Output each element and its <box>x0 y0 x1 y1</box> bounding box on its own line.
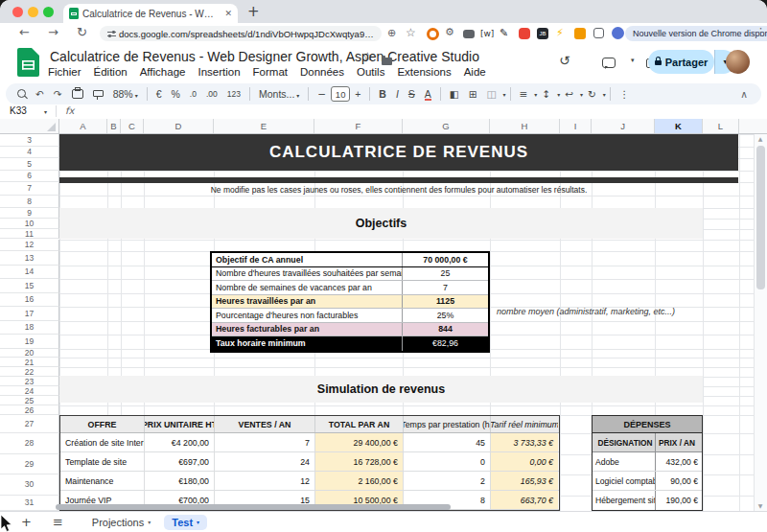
menu-affichage[interactable]: Affichage <box>140 66 186 78</box>
meet-caret-icon[interactable]: ▾ <box>631 57 635 64</box>
row-header-5[interactable]: 5 <box>0 158 59 171</box>
column-header-D[interactable]: D <box>144 119 214 133</box>
cell[interactable]: 70 000,00 € <box>403 253 488 266</box>
percent-format-button[interactable]: % <box>172 88 180 100</box>
decrease-font-size-button[interactable]: − <box>317 88 326 100</box>
chevron-down-icon[interactable]: ▾ <box>557 91 560 98</box>
column-header[interactable]: VENTES / AN <box>215 416 315 432</box>
cell[interactable]: 190,00 € <box>656 491 701 510</box>
print-icon[interactable] <box>72 89 83 99</box>
user-avatar[interactable] <box>726 50 750 74</box>
row-header-24[interactable]: 24 <box>0 386 59 396</box>
cell[interactable]: €4 200,00 <box>145 433 215 451</box>
cell[interactable]: 0 <box>404 452 491 471</box>
row-header-26[interactable]: 26 <box>0 405 59 415</box>
menu-aide[interactable]: Aide <box>464 66 486 78</box>
star-document-icon[interactable]: ☆ <box>362 50 373 63</box>
cell[interactable]: Logiciel comptable <box>593 472 656 490</box>
cell[interactable]: 25 <box>403 267 488 281</box>
row-header-18[interactable]: 18 <box>0 321 59 335</box>
column-header-C[interactable]: C <box>121 119 144 133</box>
menu-insertion[interactable]: Insertion <box>198 66 240 78</box>
column-header[interactable]: PRIX UNITAIRE HT <box>145 416 215 432</box>
more-toolbar-button[interactable]: ⋮ <box>619 88 630 100</box>
sheet-tab-test[interactable]: Test ▾ <box>164 515 207 530</box>
cell[interactable]: 663,70 € <box>491 491 558 509</box>
text-rotate-button[interactable]: ↻ <box>588 88 596 100</box>
chrome-update-chip[interactable]: Nouvelle version de Chrome disponible <box>625 26 767 41</box>
cell[interactable]: Hébergement site <box>593 491 656 510</box>
text-wrap-button[interactable]: ↩ <box>565 88 573 100</box>
merge-cells-button[interactable]: ◫ <box>487 88 497 100</box>
cell[interactable]: 844 <box>403 323 488 336</box>
cell[interactable]: 29 400,00 € <box>315 433 404 451</box>
chrome-menu-icon[interactable]: ⋮ <box>755 26 766 38</box>
menu-outils[interactable]: Outils <box>357 66 384 78</box>
cell[interactable]: Nombre de semaines de vacances par an <box>212 281 403 294</box>
decrease-decimals-button[interactable]: .0 <box>190 89 197 99</box>
cell[interactable]: Nombre d'heures travaillées souhaitées p… <box>212 267 403 281</box>
row-header-17[interactable]: 17 <box>0 307 59 321</box>
row-header-30[interactable]: 30 <box>0 474 59 496</box>
chevron-down-icon[interactable]: ▾ <box>534 91 537 98</box>
row-header-14[interactable]: 14 <box>0 266 59 280</box>
increase-font-size-button[interactable]: + <box>355 88 360 100</box>
extension-donut-icon[interactable] <box>427 28 439 40</box>
cell[interactable]: €180,00 <box>145 472 215 490</box>
italic-button[interactable]: I <box>396 88 399 100</box>
column-header-K[interactable]: K <box>655 119 703 133</box>
increase-decimals-button[interactable]: .00 <box>206 89 218 99</box>
close-tab-icon[interactable]: ✕ <box>224 9 232 18</box>
more-formats-button[interactable]: 123 <box>227 89 241 99</box>
cell[interactable]: Création de site Internet <box>60 433 145 451</box>
depenses-header[interactable]: DÉPENSES <box>593 416 702 433</box>
paint-format-icon[interactable] <box>93 90 104 97</box>
extension-jb-icon[interactable]: JB <box>537 28 548 39</box>
vertical-align-button[interactable]: ↕ <box>542 88 550 100</box>
cell[interactable]: 1125 <box>403 295 488 309</box>
font-select[interactable]: Monts...▾ <box>259 88 299 100</box>
column-header[interactable]: OFFRE <box>60 416 145 432</box>
back-icon[interactable]: ← <box>19 25 30 39</box>
column-header[interactable]: Tarif réel minimum <box>491 416 558 432</box>
cell[interactable]: 16 728,00 € <box>315 452 404 471</box>
cell[interactable]: 432,00 € <box>656 452 701 471</box>
side-note[interactable]: nombre moyen (administratif, marketing, … <box>497 307 675 316</box>
collapse-toolbar-icon[interactable]: ∧ <box>740 88 748 100</box>
row-header-8[interactable]: 8 <box>0 196 59 209</box>
profile-avatar[interactable] <box>612 27 624 39</box>
menu-donnees[interactable]: Données <box>300 66 344 78</box>
menu-extensions[interactable]: Extensions <box>397 66 451 78</box>
extensions-puzzle-icon[interactable] <box>593 28 604 38</box>
extension-gear-icon[interactable]: ⚙ <box>445 26 456 37</box>
row-header-27[interactable]: 27 <box>0 415 59 433</box>
sheet-title-banner[interactable]: CALCULATRICE DE REVENUS <box>59 134 738 171</box>
extension-pen-icon[interactable]: ✎ <box>500 27 508 38</box>
tune-icon[interactable] <box>107 30 113 37</box>
name-box-caret-icon[interactable]: ▾ <box>44 108 47 115</box>
objectifs-band[interactable]: Objectifs <box>59 208 703 239</box>
search-icon[interactable] <box>17 89 26 98</box>
extension-bolt-icon[interactable]: ⚡ <box>556 27 568 38</box>
cell[interactable]: Heures facturables par an <box>212 323 403 336</box>
row-header-13[interactable]: 13 <box>0 251 59 266</box>
address-bar[interactable]: docs.google.com/spreadsheets/d/1ndiVbOHw… <box>100 26 382 41</box>
cell[interactable]: 2 <box>404 472 491 490</box>
bold-button[interactable]: B <box>379 88 386 100</box>
document-title[interactable]: Calculatrice de Revenus - Web Designer G… <box>50 49 479 64</box>
extension-brackets-icon[interactable]: [w] <box>480 29 494 40</box>
row-header-7[interactable]: 7 <box>0 182 59 196</box>
currency-format-button[interactable]: € <box>156 88 162 100</box>
row-header-28[interactable]: 28 <box>0 433 59 454</box>
cell[interactable]: Pourcentage d'heures non facturables <box>212 309 403 322</box>
reload-icon[interactable]: ↻ <box>77 25 87 39</box>
column-header[interactable]: Temps par prestation (h) <box>404 416 491 432</box>
share-button[interactable]: Partager <box>648 50 714 74</box>
row-header-19[interactable]: 19 <box>0 335 59 349</box>
scroll-down-icon[interactable]: ▼ <box>755 502 766 509</box>
horizontal-align-button[interactable]: ≡ <box>520 88 528 100</box>
column-header-F[interactable]: F <box>314 119 403 133</box>
chevron-down-icon[interactable]: ▾ <box>502 91 505 98</box>
column-header-H[interactable]: H <box>490 119 560 133</box>
column-header-J[interactable]: J <box>592 119 655 133</box>
